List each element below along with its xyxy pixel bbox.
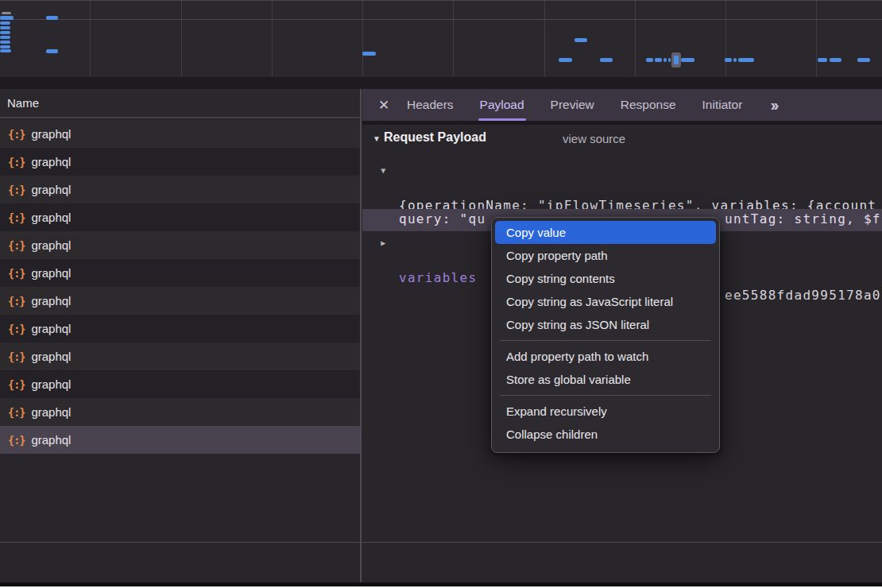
overview-gridline [272,1,273,77]
request-timing-bar [725,58,732,62]
menu-item-store-as-global-variable[interactable]: Store as global variable [492,368,719,391]
request-row[interactable]: {:}graphql [0,426,360,454]
request-rows: {:}graphql{:}graphql{:}graphql{:}graphql… [0,120,360,454]
variables-value-fragment: ee5588fdad995178a0 [725,287,881,304]
query-value-fragment: untTag: string, $f [725,211,881,226]
request-row[interactable]: {:}graphql [0,120,360,148]
menu-separator [500,340,711,341]
request-name: graphql [31,155,71,168]
overview-gridline [90,1,91,77]
section-title: Request Payload [384,130,486,145]
request-timing-bar [818,58,827,62]
request-timing-bar [0,26,10,29]
request-timing-bar [857,58,870,62]
tab-preview[interactable]: Preview [551,89,594,121]
overview-gridline [362,1,363,77]
menu-item-copy-value[interactable]: Copy value [495,221,716,244]
request-timing-bar [46,49,58,53]
network-overview-timeline[interactable] [0,0,882,77]
menu-item-copy-string-as-json-literal[interactable]: Copy string as JSON literal [492,313,719,336]
json-braces-icon: {:} [8,184,25,196]
request-name: graphql [31,377,71,391]
tab-bar-bottom-strip [362,121,882,125]
overview-selection-marker [671,52,681,68]
json-braces-icon: {:} [8,350,25,363]
menu-item-collapse-children[interactable]: Collapse children [492,423,719,446]
request-name: graphql [31,294,71,308]
request-timing-bar [830,58,841,62]
request-timing-bar [0,41,10,44]
request-timing-bar [600,58,613,62]
payload-preview-line[interactable]: ▼ {operationName: "ipFlowTimeseries", va… [362,162,882,180]
view-source-link[interactable]: view source [563,132,625,145]
summary-bar-divider [0,542,882,543]
request-name: graphql [31,322,71,335]
tabs-container: HeadersPayloadPreviewResponseInitiator [407,89,768,121]
request-name: graphql [31,433,71,447]
request-timing-bar [574,38,587,42]
variables-key: variables [399,269,477,287]
tab-payload[interactable]: Payload [480,89,524,121]
request-timing-bar [646,58,653,62]
name-column-header[interactable]: Name [0,89,360,118]
request-timing-bar [362,52,376,56]
tab-initiator[interactable]: Initiator [702,89,743,121]
request-timing-bar [0,49,11,52]
more-tabs-icon[interactable]: ›› [770,95,776,114]
json-braces-icon: {:} [8,434,25,447]
request-row[interactable]: {:}graphql [0,370,360,398]
name-column-label: Name [7,96,39,110]
json-braces-icon: {:} [8,128,25,141]
request-timing-bar [668,58,671,62]
overview-separator [0,77,882,89]
collapse-triangle-icon[interactable]: ▼ [373,134,381,143]
json-braces-icon: {:} [8,267,25,280]
close-icon[interactable]: ✕ [373,89,394,121]
request-row[interactable]: {:}graphql [0,203,360,231]
request-row[interactable]: {:}graphql [0,398,360,426]
request-row[interactable]: {:}graphql [0,287,360,315]
json-braces-icon: {:} [8,378,25,391]
request-timing-bar [655,58,662,62]
request-name: graphql [31,350,71,363]
overview-gridline [544,1,545,77]
overview-lane-divider [0,19,882,20]
request-name: graphql [31,127,71,141]
json-braces-icon: {:} [8,323,25,335]
menu-item-copy-string-as-javascript-literal[interactable]: Copy string as JavaScript literal [492,290,719,313]
overview-gridline [453,1,454,77]
request-timing-bar [0,45,10,48]
menu-item-expand-recursively[interactable]: Expand recursively [492,400,719,423]
request-row[interactable]: {:}graphql [0,231,360,259]
menu-separator [500,395,711,396]
expand-triangle-icon[interactable]: ▼ [378,162,389,180]
request-timing-bar [2,12,11,14]
overview-gridline [725,1,726,77]
panel-divider[interactable] [360,89,362,587]
request-row[interactable]: {:}graphql [0,148,360,176]
expand-triangle-icon[interactable]: ▶ [378,234,389,252]
request-timing-bar [559,58,572,62]
request-row[interactable]: {:}graphql [0,259,360,287]
request-name: graphql [31,238,71,252]
details-tab-bar: ✕ HeadersPayloadPreviewResponseInitiator… [362,89,882,121]
menu-item-copy-property-path[interactable]: Copy property path [492,244,719,267]
overview-gridline [181,1,182,77]
tab-response[interactable]: Response [621,89,676,121]
request-list-panel: Name {:}graphql{:}graphql{:}graphql{:}gr… [0,89,360,588]
menu-item-copy-string-contents[interactable]: Copy string contents [492,267,719,290]
request-row[interactable]: {:}graphql [0,176,360,203]
json-braces-icon: {:} [8,295,25,308]
operation-name-line[interactable]: operationName: "ipFlowTimeseries" [362,187,882,204]
json-braces-icon: {:} [8,239,25,252]
request-payload-section: ▼ Request Payload view source [362,130,882,151]
request-timing-bar [0,16,14,20]
tab-headers[interactable]: Headers [407,89,454,121]
request-row[interactable]: {:}graphql [0,315,360,342]
request-timing-bar [0,36,10,39]
request-row[interactable]: {:}graphql [0,342,360,370]
menu-item-add-property-path-to-watch[interactable]: Add property path to watch [492,345,719,368]
request-timing-bar [0,31,10,34]
request-timing-bar [681,58,694,62]
json-braces-icon: {:} [8,406,25,419]
